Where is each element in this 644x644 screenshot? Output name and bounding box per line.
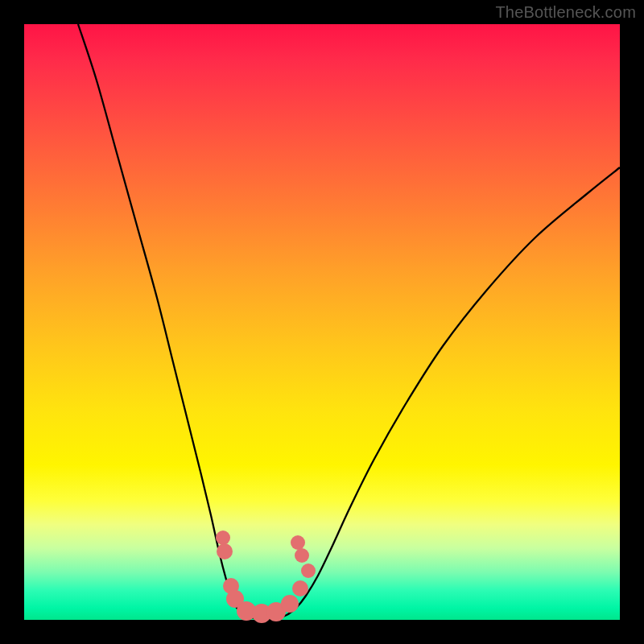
curve-layer [24, 24, 620, 620]
chart-frame: TheBottleneck.com [0, 0, 644, 644]
curve-right-arm [262, 167, 620, 619]
trough-marker [295, 548, 309, 563]
watermark-text: TheBottleneck.com [495, 3, 636, 22]
trough-marker [301, 564, 316, 578]
trough-marker [292, 580, 308, 597]
trough-marker [217, 543, 233, 559]
plot-area [24, 24, 620, 620]
curve-left-arm [78, 24, 262, 619]
trough-marker [216, 530, 230, 545]
trough-marker [291, 535, 305, 550]
trough-marker [281, 595, 299, 613]
trough-markers [216, 530, 316, 623]
